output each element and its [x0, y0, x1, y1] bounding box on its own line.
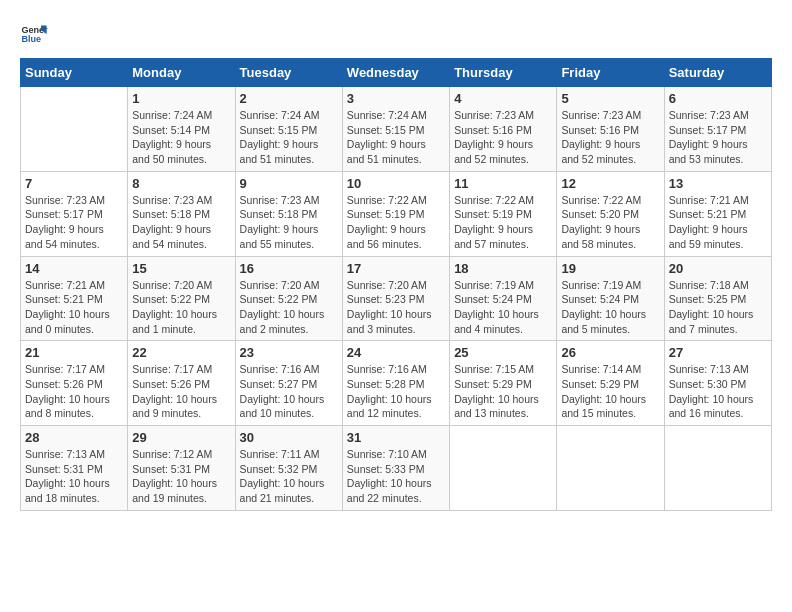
day-number: 6: [669, 91, 767, 106]
day-number: 2: [240, 91, 338, 106]
day-info: Sunrise: 7:11 AMSunset: 5:32 PMDaylight:…: [240, 447, 338, 506]
day-info: Sunrise: 7:20 AMSunset: 5:23 PMDaylight:…: [347, 278, 445, 337]
day-number: 3: [347, 91, 445, 106]
day-info: Sunrise: 7:21 AMSunset: 5:21 PMDaylight:…: [25, 278, 123, 337]
calendar-week-row: 7Sunrise: 7:23 AMSunset: 5:17 PMDaylight…: [21, 171, 772, 256]
day-info: Sunrise: 7:22 AMSunset: 5:20 PMDaylight:…: [561, 193, 659, 252]
day-number: 14: [25, 261, 123, 276]
calendar-cell: 5Sunrise: 7:23 AMSunset: 5:16 PMDaylight…: [557, 87, 664, 172]
svg-text:Blue: Blue: [21, 34, 41, 44]
calendar-cell: 18Sunrise: 7:19 AMSunset: 5:24 PMDayligh…: [450, 256, 557, 341]
calendar-table: SundayMondayTuesdayWednesdayThursdayFrid…: [20, 58, 772, 511]
day-of-week-header: Friday: [557, 59, 664, 87]
calendar-cell: [664, 426, 771, 511]
calendar-week-row: 21Sunrise: 7:17 AMSunset: 5:26 PMDayligh…: [21, 341, 772, 426]
calendar-cell: 2Sunrise: 7:24 AMSunset: 5:15 PMDaylight…: [235, 87, 342, 172]
calendar-body: 1Sunrise: 7:24 AMSunset: 5:14 PMDaylight…: [21, 87, 772, 511]
calendar-cell: 27Sunrise: 7:13 AMSunset: 5:30 PMDayligh…: [664, 341, 771, 426]
calendar-cell: 8Sunrise: 7:23 AMSunset: 5:18 PMDaylight…: [128, 171, 235, 256]
day-number: 4: [454, 91, 552, 106]
header: General Blue: [20, 20, 772, 48]
calendar-week-row: 28Sunrise: 7:13 AMSunset: 5:31 PMDayligh…: [21, 426, 772, 511]
calendar-cell: 1Sunrise: 7:24 AMSunset: 5:14 PMDaylight…: [128, 87, 235, 172]
calendar-cell: [450, 426, 557, 511]
day-info: Sunrise: 7:22 AMSunset: 5:19 PMDaylight:…: [347, 193, 445, 252]
calendar-header: SundayMondayTuesdayWednesdayThursdayFrid…: [21, 59, 772, 87]
calendar-cell: 24Sunrise: 7:16 AMSunset: 5:28 PMDayligh…: [342, 341, 449, 426]
calendar-cell: 17Sunrise: 7:20 AMSunset: 5:23 PMDayligh…: [342, 256, 449, 341]
day-number: 11: [454, 176, 552, 191]
calendar-cell: 9Sunrise: 7:23 AMSunset: 5:18 PMDaylight…: [235, 171, 342, 256]
day-number: 26: [561, 345, 659, 360]
day-info: Sunrise: 7:24 AMSunset: 5:14 PMDaylight:…: [132, 108, 230, 167]
calendar-cell: 7Sunrise: 7:23 AMSunset: 5:17 PMDaylight…: [21, 171, 128, 256]
day-info: Sunrise: 7:22 AMSunset: 5:19 PMDaylight:…: [454, 193, 552, 252]
day-info: Sunrise: 7:23 AMSunset: 5:17 PMDaylight:…: [669, 108, 767, 167]
day-info: Sunrise: 7:23 AMSunset: 5:17 PMDaylight:…: [25, 193, 123, 252]
days-of-week-row: SundayMondayTuesdayWednesdayThursdayFrid…: [21, 59, 772, 87]
day-number: 22: [132, 345, 230, 360]
calendar-cell: 12Sunrise: 7:22 AMSunset: 5:20 PMDayligh…: [557, 171, 664, 256]
day-info: Sunrise: 7:20 AMSunset: 5:22 PMDaylight:…: [132, 278, 230, 337]
day-number: 29: [132, 430, 230, 445]
day-of-week-header: Thursday: [450, 59, 557, 87]
day-info: Sunrise: 7:16 AMSunset: 5:27 PMDaylight:…: [240, 362, 338, 421]
day-info: Sunrise: 7:24 AMSunset: 5:15 PMDaylight:…: [347, 108, 445, 167]
day-of-week-header: Wednesday: [342, 59, 449, 87]
day-info: Sunrise: 7:18 AMSunset: 5:25 PMDaylight:…: [669, 278, 767, 337]
calendar-cell: 3Sunrise: 7:24 AMSunset: 5:15 PMDaylight…: [342, 87, 449, 172]
day-number: 1: [132, 91, 230, 106]
calendar-cell: 16Sunrise: 7:20 AMSunset: 5:22 PMDayligh…: [235, 256, 342, 341]
day-info: Sunrise: 7:13 AMSunset: 5:30 PMDaylight:…: [669, 362, 767, 421]
day-info: Sunrise: 7:10 AMSunset: 5:33 PMDaylight:…: [347, 447, 445, 506]
day-number: 5: [561, 91, 659, 106]
calendar-cell: 10Sunrise: 7:22 AMSunset: 5:19 PMDayligh…: [342, 171, 449, 256]
day-number: 30: [240, 430, 338, 445]
calendar-cell: 22Sunrise: 7:17 AMSunset: 5:26 PMDayligh…: [128, 341, 235, 426]
day-number: 21: [25, 345, 123, 360]
day-number: 20: [669, 261, 767, 276]
day-of-week-header: Monday: [128, 59, 235, 87]
calendar-cell: [557, 426, 664, 511]
day-info: Sunrise: 7:21 AMSunset: 5:21 PMDaylight:…: [669, 193, 767, 252]
logo-icon: General Blue: [20, 20, 48, 48]
calendar-cell: 4Sunrise: 7:23 AMSunset: 5:16 PMDaylight…: [450, 87, 557, 172]
day-info: Sunrise: 7:23 AMSunset: 5:16 PMDaylight:…: [454, 108, 552, 167]
calendar-cell: 23Sunrise: 7:16 AMSunset: 5:27 PMDayligh…: [235, 341, 342, 426]
day-number: 23: [240, 345, 338, 360]
calendar-cell: 28Sunrise: 7:13 AMSunset: 5:31 PMDayligh…: [21, 426, 128, 511]
day-number: 24: [347, 345, 445, 360]
day-number: 13: [669, 176, 767, 191]
day-number: 19: [561, 261, 659, 276]
day-number: 27: [669, 345, 767, 360]
day-info: Sunrise: 7:14 AMSunset: 5:29 PMDaylight:…: [561, 362, 659, 421]
logo: General Blue: [20, 20, 48, 48]
calendar-cell: 21Sunrise: 7:17 AMSunset: 5:26 PMDayligh…: [21, 341, 128, 426]
calendar-week-row: 14Sunrise: 7:21 AMSunset: 5:21 PMDayligh…: [21, 256, 772, 341]
calendar-cell: 31Sunrise: 7:10 AMSunset: 5:33 PMDayligh…: [342, 426, 449, 511]
day-info: Sunrise: 7:24 AMSunset: 5:15 PMDaylight:…: [240, 108, 338, 167]
calendar-cell: 20Sunrise: 7:18 AMSunset: 5:25 PMDayligh…: [664, 256, 771, 341]
day-number: 12: [561, 176, 659, 191]
day-number: 18: [454, 261, 552, 276]
calendar-cell: 14Sunrise: 7:21 AMSunset: 5:21 PMDayligh…: [21, 256, 128, 341]
calendar-cell: 26Sunrise: 7:14 AMSunset: 5:29 PMDayligh…: [557, 341, 664, 426]
day-number: 15: [132, 261, 230, 276]
day-info: Sunrise: 7:20 AMSunset: 5:22 PMDaylight:…: [240, 278, 338, 337]
day-info: Sunrise: 7:17 AMSunset: 5:26 PMDaylight:…: [132, 362, 230, 421]
calendar-cell: 11Sunrise: 7:22 AMSunset: 5:19 PMDayligh…: [450, 171, 557, 256]
calendar-cell: 15Sunrise: 7:20 AMSunset: 5:22 PMDayligh…: [128, 256, 235, 341]
day-info: Sunrise: 7:17 AMSunset: 5:26 PMDaylight:…: [25, 362, 123, 421]
day-number: 7: [25, 176, 123, 191]
day-info: Sunrise: 7:23 AMSunset: 5:18 PMDaylight:…: [240, 193, 338, 252]
calendar-cell: 29Sunrise: 7:12 AMSunset: 5:31 PMDayligh…: [128, 426, 235, 511]
day-number: 16: [240, 261, 338, 276]
day-info: Sunrise: 7:19 AMSunset: 5:24 PMDaylight:…: [561, 278, 659, 337]
day-info: Sunrise: 7:23 AMSunset: 5:18 PMDaylight:…: [132, 193, 230, 252]
day-info: Sunrise: 7:13 AMSunset: 5:31 PMDaylight:…: [25, 447, 123, 506]
day-info: Sunrise: 7:23 AMSunset: 5:16 PMDaylight:…: [561, 108, 659, 167]
calendar-cell: 13Sunrise: 7:21 AMSunset: 5:21 PMDayligh…: [664, 171, 771, 256]
day-of-week-header: Saturday: [664, 59, 771, 87]
day-number: 10: [347, 176, 445, 191]
day-info: Sunrise: 7:12 AMSunset: 5:31 PMDaylight:…: [132, 447, 230, 506]
